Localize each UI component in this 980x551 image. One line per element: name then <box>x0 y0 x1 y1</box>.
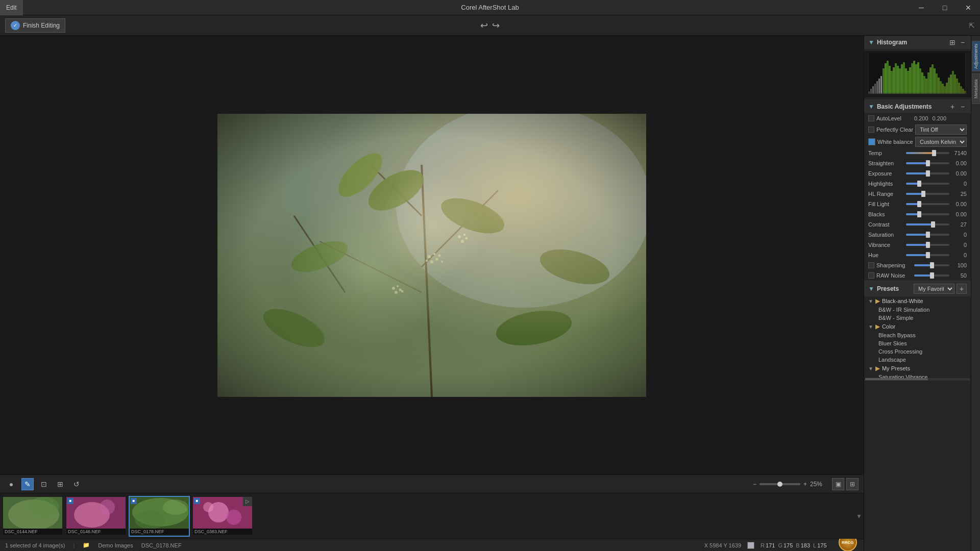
presets-add-btn[interactable]: + <box>957 284 967 294</box>
filmstrip-item-1[interactable]: DSC_0144.NEF <box>2 496 63 537</box>
svg-point-21 <box>441 261 443 263</box>
white-balance-select[interactable]: Custom Kelvin <box>915 137 967 147</box>
highlights-slider[interactable] <box>906 180 949 187</box>
zoom-slider[interactable] <box>760 483 800 485</box>
histogram-title: Histogram <box>877 39 907 46</box>
raw-noise-check[interactable] <box>868 272 874 279</box>
redo-icon[interactable]: ↪ <box>492 20 500 31</box>
svg-rect-61 <box>883 68 885 94</box>
preset-bleach[interactable]: Bleach Bypass <box>864 331 971 339</box>
preset-folder-my[interactable]: ▼ ▶ My Presets <box>864 364 971 373</box>
preset-cross-processing[interactable]: Cross Processing <box>864 347 971 356</box>
svg-rect-56 <box>872 86 874 94</box>
undo-icon[interactable]: ↩ <box>480 20 488 31</box>
slider-saturation: Saturation 0 <box>864 230 971 240</box>
sharpening-check[interactable] <box>868 262 874 268</box>
preset-folder-bw[interactable]: ▼ ▶ Black-and-White <box>864 296 971 306</box>
side-tab-adjustments[interactable]: Adjustments <box>972 41 980 71</box>
filmstrip-scroll-down[interactable]: ▼ <box>856 496 862 537</box>
title-bar: Edit Corel AfterShot Lab ─ □ ✕ <box>0 0 980 15</box>
fill-light-slider[interactable] <box>906 201 949 208</box>
status-bar: 1 selected of 4 image(s) | 📁 Demo Images… <box>0 539 864 551</box>
tool-crop[interactable]: ⊡ <box>38 478 50 490</box>
svg-rect-64 <box>889 66 891 94</box>
tool-grid[interactable]: ⊞ <box>54 478 66 490</box>
svg-rect-72 <box>905 68 907 94</box>
presets-header[interactable]: ▼ Presets My Favorites + <box>864 281 971 296</box>
tool-edit[interactable]: ✎ <box>21 478 34 490</box>
presets-scrollbar[interactable] <box>865 378 970 380</box>
temp-slider[interactable] <box>906 149 949 157</box>
preset-bw-simple[interactable]: B&W - Simple <box>864 314 971 322</box>
basic-adjustments-header[interactable]: ▼ Basic Adjustments + − <box>864 100 971 113</box>
film-expand-btn[interactable]: ▷ <box>243 497 252 506</box>
histogram-menu-btn[interactable]: − <box>959 38 967 46</box>
channel-l: L 175 <box>813 542 826 548</box>
preset-folder-color[interactable]: ▼ ▶ Color <box>864 322 971 331</box>
right-panel: ▼ Histogram ⊞ − <box>864 36 971 551</box>
expand-icon[interactable]: ⇱ <box>969 21 975 30</box>
svg-point-8 <box>362 162 430 219</box>
presets-collapse-icon: ▼ <box>868 285 874 292</box>
preset-bluer-skies[interactable]: Bluer Skies <box>864 339 971 347</box>
svg-point-20 <box>426 260 428 262</box>
slider-exposure: Exposure 0.00 <box>864 168 971 179</box>
maximize-btn[interactable]: □ <box>933 0 957 15</box>
zoom-in-icon[interactable]: + <box>803 481 807 488</box>
side-tab-metadata[interactable]: Metadata <box>972 73 980 104</box>
svg-rect-95 <box>952 71 954 94</box>
perfectly-clear-check[interactable] <box>868 127 874 133</box>
hue-slider[interactable] <box>906 252 949 259</box>
preset-bw-ir[interactable]: B&W - IR Simulation <box>864 306 971 314</box>
basic-adj-collapse-icon: ▼ <box>868 103 874 110</box>
hl-range-slider[interactable] <box>906 190 949 197</box>
view-single[interactable]: ▣ <box>832 478 844 490</box>
raw-noise-slider[interactable] <box>914 272 949 279</box>
auto-level-check[interactable] <box>868 115 874 121</box>
bw-folder-label: Black-and-White <box>882 298 923 304</box>
zoom-out-icon[interactable]: − <box>753 481 756 488</box>
preset-landscape[interactable]: Landscape <box>864 356 971 364</box>
color-folder-icon: ▶ <box>875 323 880 330</box>
blacks-slider[interactable] <box>906 211 949 218</box>
finish-editing-button[interactable]: ✓ Finish Editing <box>5 18 65 33</box>
sharpening-slider[interactable] <box>914 262 949 269</box>
vibrance-slider[interactable] <box>906 241 949 248</box>
filmstrip-item-4[interactable]: DSC_0383.NEF ■ ▷ <box>192 496 253 537</box>
basic-adj-menu-btn[interactable]: − <box>959 103 967 111</box>
preset-sat-vibrance[interactable]: Saturation Vibrance <box>864 373 971 378</box>
exposure-slider[interactable] <box>906 170 949 177</box>
tool-pointer[interactable]: ● <box>5 478 17 490</box>
menu-edit[interactable]: Edit <box>0 0 23 15</box>
slider-hue: Hue 0 <box>864 250 971 260</box>
tool-rotate[interactable]: ↺ <box>70 478 83 490</box>
right-panel-scroll[interactable]: ▼ Histogram ⊞ − <box>864 36 971 551</box>
filmstrip-item-2[interactable]: DSC_0146.NEF ■ <box>65 496 127 537</box>
auto-level-label: AutoLevel <box>876 115 912 121</box>
svg-point-47 <box>135 511 165 529</box>
auto-level-val1: 0.200 <box>914 115 928 121</box>
perfectly-clear-select[interactable]: Tint Off <box>915 124 967 135</box>
minimize-btn[interactable]: ─ <box>910 0 933 15</box>
svg-point-9 <box>331 146 389 204</box>
svg-rect-60 <box>880 76 882 94</box>
view-compare[interactable]: ⊞ <box>846 478 859 490</box>
svg-rect-1 <box>217 114 646 397</box>
histogram-header[interactable]: ▼ Histogram ⊞ − <box>864 36 971 49</box>
presets-dropdown[interactable]: My Favorites <box>914 284 954 294</box>
menu-bar: Edit <box>0 0 23 15</box>
temp-value: 7140 <box>951 150 967 156</box>
close-btn[interactable]: ✕ <box>957 0 980 15</box>
fill-light-value: 0.00 <box>951 201 967 207</box>
histogram-pin-btn[interactable]: ⊞ <box>948 38 957 46</box>
l-label: L <box>813 542 816 548</box>
saturation-slider[interactable] <box>906 231 949 238</box>
svg-line-24 <box>437 253 438 264</box>
straighten-slider[interactable] <box>906 160 949 167</box>
basic-adj-add-btn[interactable]: + <box>948 103 957 111</box>
filmstrip-item-3[interactable]: DSC_0178.NEF ■ <box>129 496 190 537</box>
slider-blacks: Blacks 0.00 <box>864 209 971 219</box>
svg-rect-66 <box>893 67 895 94</box>
image-container[interactable] <box>0 36 864 474</box>
contrast-slider[interactable] <box>906 221 949 228</box>
